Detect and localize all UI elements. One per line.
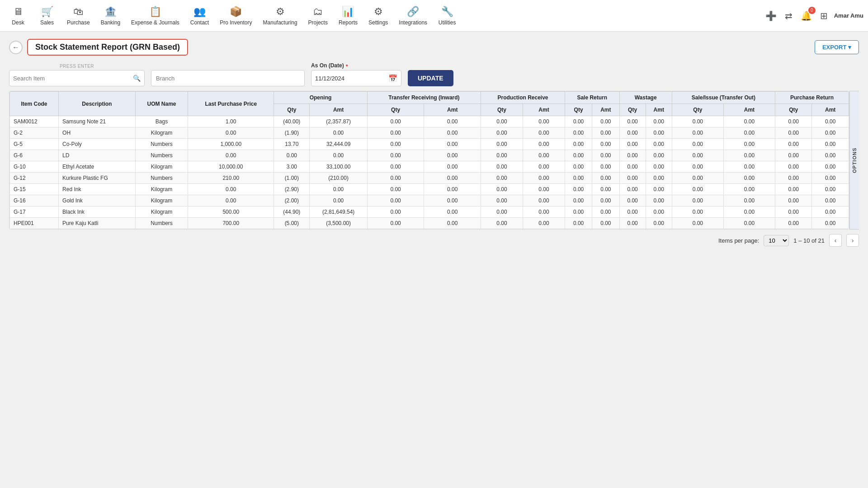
nav-reports-label: Reports [339,19,358,26]
sales-icon: 🛒 [41,6,53,18]
nav-expense-journals[interactable]: 📋 Expense & Journals [127,3,184,28]
cell-pr-qty: 0.00 [481,139,523,150]
cell-pur-qty: 0.00 [775,116,812,127]
cell-tr-qty: 0.00 [367,173,424,184]
cell-si-qty: 0.00 [672,218,723,229]
top-navigation: 🖥 Desk 🛒 Sales 🛍 Purchase 🏦 Banking 📋 Ex… [0,0,868,32]
cell-tr-qty: 0.00 [367,218,424,229]
cell-wa-amt: 0.00 [646,173,672,184]
search-icon-button[interactable]: 🔍 [133,75,141,82]
export-button[interactable]: EXPORT ▾ [815,40,859,54]
table-wrapper: Item Code Description UOM Name Last Purc… [9,91,849,230]
cell-op-amt: 0.00 [310,127,367,139]
prev-page-button[interactable]: ‹ [829,234,842,247]
cell-si-qty: 0.00 [672,184,723,195]
cell-tr-qty: 0.00 [367,206,424,218]
cell-pr-amt: 0.00 [523,218,565,229]
options-strip[interactable]: OPTIONS [849,91,859,230]
date-input[interactable] [315,75,388,82]
back-button[interactable]: ← [9,41,23,54]
switch-button[interactable]: ⇄ [783,9,794,23]
add-button[interactable]: ➕ [764,9,778,23]
user-name[interactable]: Amar Amu [834,12,863,19]
cell-si-qty: 0.00 [672,195,723,206]
manufacturing-icon: ⚙ [276,6,285,18]
search-group: PRESS ENTER 🔍 [9,64,145,86]
grid-button[interactable]: ⊞ [818,9,830,23]
cell-pur-amt: 0.00 [812,139,849,150]
cell-description: OH [59,127,136,139]
nav-purchase-label: Purchase [67,19,90,26]
cell-uom: Numbers [135,218,188,229]
reports-icon: 📊 [342,6,354,18]
nav-banking[interactable]: 🏦 Banking [96,3,125,28]
nav-settings[interactable]: ⚙ Settings [364,3,392,28]
nav-reports[interactable]: 📊 Reports [334,3,362,28]
nav-sales[interactable]: 🛒 Sales [33,3,61,28]
cell-item-code: G-5 [10,139,59,150]
projects-icon: 🗂 [313,6,323,18]
nav-integrations[interactable]: 🔗 Integrations [394,3,432,28]
cell-sr-amt: 0.00 [592,206,619,218]
cell-tr-amt: 0.00 [424,116,481,127]
nav-contact[interactable]: 👥 Contact [186,3,213,28]
cell-op-amt: 32,444.09 [310,139,367,150]
cell-tr-amt: 0.00 [424,173,481,184]
table-header-row: Item Code Description UOM Name Last Purc… [10,92,849,104]
table-row: SAM0012 Samsung Note 21 Bags 1.00 (40.00… [10,116,849,127]
cell-pur-qty: 0.00 [775,184,812,195]
cell-wa-qty: 0.00 [619,139,646,150]
cell-description: Samsung Note 21 [59,116,136,127]
cell-si-qty: 0.00 [672,116,723,127]
filter-row: PRESS ENTER 🔍 As On (Date) • 📅 UPDATE [9,62,859,86]
cell-pr-amt: 0.00 [523,206,565,218]
cell-sr-qty: 0.00 [565,116,592,127]
cell-tr-amt: 0.00 [424,139,481,150]
cell-uom: Kilogram [135,161,188,173]
cell-si-qty: 0.00 [672,139,723,150]
calendar-icon-button[interactable]: 📅 [388,74,397,83]
stock-statement-table: Item Code Description UOM Name Last Purc… [9,91,849,229]
cell-sr-qty: 0.00 [565,139,592,150]
cell-wa-qty: 0.00 [619,195,646,206]
nav-sales-label: Sales [40,19,54,26]
th-opening: Opening [274,92,368,104]
nav-utilities[interactable]: 🔧 Utilities [434,3,461,28]
cell-op-amt: (2,357.87) [310,116,367,127]
cell-si-amt: 0.00 [723,218,775,229]
th-production-receive: Production Receive [481,92,565,104]
cell-lpp: 500.00 [188,206,274,218]
cell-wa-qty: 0.00 [619,218,646,229]
cell-op-qty: (5.00) [274,218,310,229]
nav-purchase[interactable]: 🛍 Purchase [62,3,94,28]
cell-pur-qty: 0.00 [775,139,812,150]
cell-op-qty: 3.00 [274,161,310,173]
cell-sr-qty: 0.00 [565,173,592,184]
nav-manufacturing[interactable]: ⚙ Manufacturing [259,3,302,28]
cell-pur-amt: 0.00 [812,218,849,229]
cell-tr-amt: 0.00 [424,218,481,229]
nav-pro-inventory[interactable]: 📦 Pro Inventory [215,3,256,28]
cell-wa-amt: 0.00 [646,195,672,206]
search-input[interactable] [13,75,133,82]
cell-sr-amt: 0.00 [592,116,619,127]
cell-tr-qty: 0.00 [367,139,424,150]
cell-item-code: G-2 [10,127,59,139]
cell-uom: Numbers [135,173,188,184]
per-page-select[interactable]: 10 25 50 100 [764,235,789,246]
next-page-button[interactable]: › [846,234,859,247]
cell-wa-qty: 0.00 [619,161,646,173]
nav-projects[interactable]: 🗂 Projects [304,3,332,28]
cell-sr-qty: 0.00 [565,127,592,139]
header-left: ← Stock Statement Report (GRN Based) [9,39,188,56]
integrations-icon: 🔗 [407,6,419,18]
cell-wa-amt: 0.00 [646,184,672,195]
branch-input[interactable] [151,70,305,86]
cell-description: LD [59,150,136,161]
cell-item-code: G-15 [10,184,59,195]
cell-tr-qty: 0.00 [367,116,424,127]
cell-wa-amt: 0.00 [646,206,672,218]
cell-sr-amt: 0.00 [592,161,619,173]
nav-desk[interactable]: 🖥 Desk [5,3,32,28]
update-button[interactable]: UPDATE [408,70,453,86]
